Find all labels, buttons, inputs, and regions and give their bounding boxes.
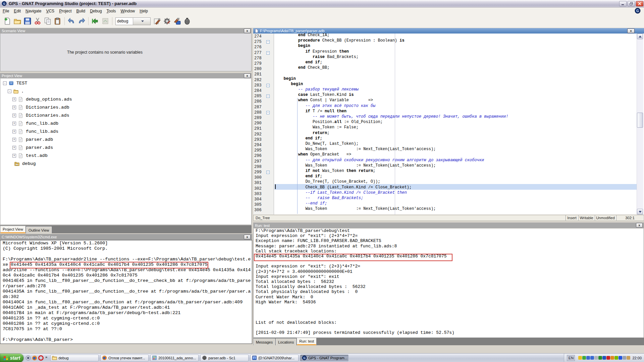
menu-tools[interactable]: Tools (107, 9, 116, 13)
editor-close-icon[interactable]: x (627, 28, 635, 33)
cmd-close-icon[interactable]: x (244, 235, 251, 239)
new-file-button[interactable] (2, 16, 12, 26)
copy-button[interactable] (43, 16, 53, 26)
tree-item-func-lib-adb[interactable]: +func_lib.adb (12, 119, 58, 127)
build-save-button[interactable] (172, 16, 182, 26)
paste-button[interactable] (53, 16, 63, 26)
tree-expand-icon[interactable]: + (12, 154, 16, 158)
tree-collapse-icon[interactable]: - (3, 81, 7, 85)
go-back-button[interactable] (90, 16, 100, 26)
tree-expand-icon[interactable]: + (12, 146, 16, 149)
fold-collapse-icon[interactable]: − (266, 171, 270, 174)
tree-expand-icon[interactable]: + (12, 98, 16, 101)
scroll-down-icon[interactable] (637, 209, 643, 215)
tree-item-dictionaries-adb[interactable]: +Dictionaries.adb (12, 103, 69, 111)
firefox-quicklaunch-icon[interactable] (32, 355, 37, 361)
tab-project-view[interactable]: Project View (0, 226, 25, 233)
menu-vcs[interactable]: VCS (46, 9, 54, 13)
start-button[interactable]: start (0, 354, 23, 362)
cmd-window-titlebar[interactable]: C:\WINDOWS\system32\cmd.exe x (0, 234, 252, 240)
fold-collapse-icon[interactable]: − (266, 84, 270, 87)
opera-quicklaunch-icon[interactable] (38, 355, 44, 361)
menu-help[interactable]: Help (140, 9, 148, 13)
run-close-icon[interactable]: x (636, 223, 643, 228)
redx-tray-icon[interactable] (606, 356, 610, 360)
cc3-tray-icon[interactable] (602, 356, 606, 360)
redo-button[interactable] (76, 16, 87, 26)
menu-file[interactable]: File (3, 9, 9, 13)
build-run-button[interactable] (152, 16, 162, 26)
tab-outline-view[interactable]: Outline View (26, 227, 52, 233)
tree-item-test[interactable]: -TEST (3, 79, 27, 87)
restore-button[interactable] (628, 1, 635, 6)
tree-item-debug[interactable]: odebug (12, 160, 36, 168)
taskbar-button-parser-adb-sc1[interactable]: parser.adb - Sc1 (200, 355, 249, 361)
tab-messages[interactable]: Messages (254, 339, 275, 345)
tree-item-dictionaries-ads[interactable]: +Dictionaries.ads (12, 111, 69, 119)
tree-expand-icon[interactable]: + (12, 138, 16, 141)
scrollbar-thumb[interactable] (637, 113, 643, 128)
tree-expand-icon[interactable]: + (12, 122, 16, 125)
run-panel-header[interactable]: Run: test x (253, 223, 644, 228)
agent-tray-icon[interactable] (610, 356, 614, 360)
tree-item-func-lib-ads[interactable]: +func_lib.ads (12, 127, 58, 135)
tab-run-test[interactable]: Run: test (297, 338, 316, 345)
utorrent-tray-icon[interactable] (582, 356, 586, 360)
build-faded-button[interactable] (100, 16, 110, 26)
network1-tray-icon[interactable] (586, 356, 590, 360)
menu-project[interactable]: Project (59, 9, 71, 13)
menu-window[interactable]: Window (121, 9, 135, 13)
menu-debug[interactable]: Debug (90, 9, 102, 13)
tree-item-parser-adb[interactable]: +parser.adb (12, 135, 53, 143)
taskbar-button-gps-gnat-program-[interactable]: GGPS - GNAT Program... (300, 355, 348, 361)
globe-tray-icon[interactable] (594, 356, 598, 360)
network2-tray-icon[interactable] (590, 356, 594, 360)
tree-item--[interactable]: -. (8, 87, 24, 95)
tree-item-debug-options-ads[interactable]: +debug_options.ads (12, 95, 72, 103)
fold-collapse-icon[interactable]: − (266, 40, 270, 44)
close-button[interactable] (636, 1, 643, 6)
open-folder-button[interactable] (12, 16, 22, 26)
media-player-quicklaunch-icon[interactable] (25, 355, 31, 361)
wand-tray-icon[interactable] (627, 356, 630, 360)
tree-expand-icon[interactable]: + (12, 130, 16, 133)
tree-collapse-icon[interactable]: - (8, 89, 11, 93)
code-line-284: -- разбор текущей лексемы (276, 87, 359, 92)
line-number: 274 (254, 34, 264, 39)
project-close-icon[interactable]: x (244, 73, 251, 78)
tree-expand-icon[interactable]: + (12, 106, 16, 109)
taskbar-button-debug[interactable]: debug (50, 355, 99, 361)
grid-tray-icon[interactable] (598, 356, 602, 360)
fold-collapse-icon[interactable]: − (266, 111, 270, 114)
taskbar-button--d-gnat-2009-shar-[interactable]: {D:\GNAT\2009\shar... (250, 355, 299, 361)
language-indicator[interactable]: EN (567, 355, 575, 361)
cut-button[interactable] (33, 16, 43, 26)
build-target-combobox[interactable]: debug (115, 17, 151, 25)
scroll-up-icon[interactable] (637, 34, 643, 39)
menu-build[interactable]: Build (76, 9, 85, 13)
shield-tray-icon[interactable] (578, 356, 582, 360)
nvidia-tray-icon[interactable] (614, 356, 618, 360)
tree-item-test-adb[interactable]: +test.adb (12, 152, 48, 160)
volume-tray-icon[interactable] (623, 356, 626, 360)
scenario-close-icon[interactable]: x (244, 28, 251, 33)
fold-collapse-icon[interactable]: − (266, 51, 270, 55)
taskbar-button--[interactable]: Отлов утечек памят... (100, 355, 149, 361)
menu-navigate[interactable]: Navigate (25, 9, 41, 13)
project-tree[interactable]: -TEST-.+debug_options.ads+Dictionaries.a… (0, 78, 252, 225)
quicklaunch-overflow-chevron[interactable]: » (45, 355, 47, 359)
fold-collapse-icon[interactable]: − (266, 95, 270, 98)
tree-expand-icon[interactable]: + (12, 114, 16, 117)
undo-button[interactable] (66, 16, 76, 26)
save-button[interactable] (22, 16, 33, 26)
clean-button[interactable] (182, 16, 192, 26)
tab-locations[interactable]: Locations (276, 339, 296, 345)
taskbar-button-20100611-ada-anno-[interactable]: PDF20100611_ada_anno... (150, 355, 199, 361)
menu-edit[interactable]: Edit (14, 9, 21, 13)
folder-icon (52, 355, 57, 360)
tree-item-parser-ads[interactable]: +parser.ads (12, 143, 53, 152)
gear-tool-button[interactable] (162, 16, 172, 26)
player-tray-icon[interactable] (619, 356, 622, 360)
combo-dropdown-icon[interactable] (133, 18, 150, 25)
minimize-button[interactable] (619, 1, 627, 6)
